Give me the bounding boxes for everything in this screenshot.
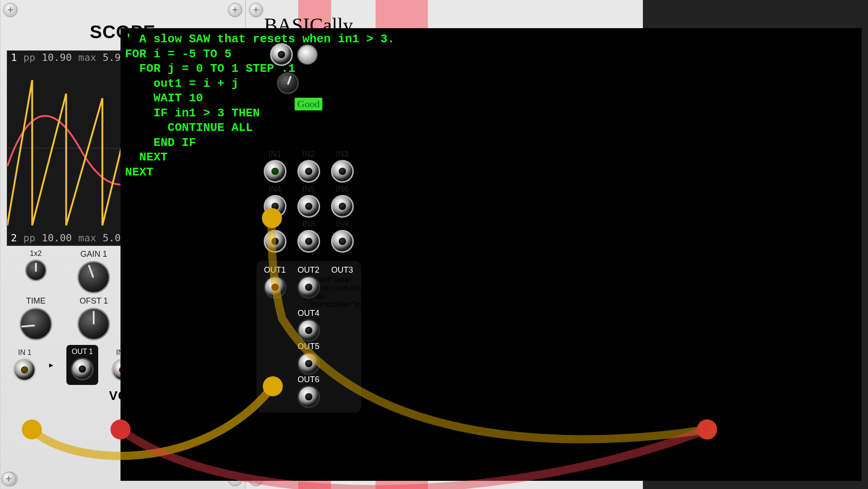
label-in3: IN3 bbox=[336, 150, 348, 159]
screw-icon bbox=[1, 472, 16, 486]
port-out2[interactable] bbox=[297, 276, 320, 299]
label-in1: IN 1 bbox=[18, 349, 31, 357]
code-editor[interactable]: ' A slow SAW that resets when in1 > 3. F… bbox=[120, 28, 862, 481]
label-in4: IN4 bbox=[268, 185, 281, 194]
label-out1: OUT 1 bbox=[72, 348, 93, 356]
arrow-icon: ▸ bbox=[49, 360, 53, 370]
label-in5: IN5 bbox=[302, 185, 315, 194]
port-in7[interactable] bbox=[264, 230, 286, 253]
port-out1[interactable] bbox=[264, 276, 286, 299]
run-label: RUN bbox=[322, 48, 347, 61]
port-run[interactable] bbox=[270, 43, 293, 66]
ch2-pp-label: pp bbox=[23, 232, 35, 244]
ch1-pp-value: 10.90 bbox=[42, 52, 72, 63]
label-out6: OUT6 bbox=[297, 375, 319, 384]
label-in8: IN8 bbox=[302, 220, 315, 229]
port-out6[interactable] bbox=[297, 385, 320, 408]
knob-time[interactable] bbox=[20, 308, 52, 340]
style-label: STYLE bbox=[303, 76, 340, 90]
screw-icon bbox=[3, 3, 18, 17]
ch1-max-label: max bbox=[78, 52, 96, 63]
ch2-max-label: max bbox=[78, 232, 96, 244]
label-out3: OUT3 bbox=[331, 265, 353, 275]
label-out1: OUT1 bbox=[264, 265, 286, 275]
knob-ofst1[interactable] bbox=[77, 308, 110, 340]
port-out5[interactable] bbox=[297, 352, 320, 375]
label-time: TIME bbox=[26, 296, 45, 306]
port-in6[interactable] bbox=[331, 195, 354, 218]
output-ports-panel: OUT1 OUT2 OUT3="port" data-name="port-ou… bbox=[256, 261, 361, 413]
status-badge: Good bbox=[295, 98, 322, 110]
basically-controls: BASICally RUN STYLE Good Broken Saw IN1 … bbox=[255, 14, 362, 413]
run-button[interactable] bbox=[297, 45, 317, 65]
script-name: Broken Saw bbox=[290, 115, 327, 143]
ch1-number: 1 bbox=[11, 52, 17, 63]
port-in9[interactable] bbox=[331, 230, 354, 253]
ch2-number: 2 bbox=[11, 232, 17, 244]
label-in2: IN2 bbox=[302, 150, 315, 159]
port-out1[interactable] bbox=[71, 358, 94, 380]
port-in2[interactable] bbox=[297, 160, 320, 183]
label-ofst1: OFST 1 bbox=[80, 296, 108, 306]
label-in1: IN1 bbox=[268, 150, 281, 159]
label-gain1: GAIN 1 bbox=[80, 249, 107, 259]
label-in9: IN9 bbox=[336, 220, 348, 229]
port-in1[interactable] bbox=[13, 359, 36, 381]
input-ports-grid: IN1 IN2 IN3 IN4 IN5 IN6 IN7 IN8 IN9 bbox=[259, 150, 358, 253]
port-in4[interactable] bbox=[264, 195, 286, 218]
knob-1x2[interactable] bbox=[25, 259, 47, 281]
knob-style[interactable] bbox=[277, 72, 299, 94]
screw-icon bbox=[228, 3, 242, 17]
label-in6: IN6 bbox=[336, 185, 348, 194]
label-out5: OUT5 bbox=[297, 342, 319, 351]
ch1-pp-label: pp bbox=[23, 52, 35, 63]
label-in7: IN7 bbox=[268, 220, 281, 229]
basically-title: BASICally bbox=[264, 14, 353, 37]
label-1x2: 1x2 bbox=[30, 249, 42, 258]
port-in3[interactable] bbox=[331, 160, 354, 183]
ch2-pp-value: 10.00 bbox=[42, 232, 72, 244]
knob-gain1[interactable] bbox=[77, 261, 110, 294]
port-in8[interactable] bbox=[297, 230, 320, 253]
label-out2: OUT2 bbox=[297, 265, 319, 275]
label-out4: OUT4 bbox=[297, 309, 319, 318]
port-in1[interactable] bbox=[264, 160, 286, 183]
port-in5[interactable] bbox=[297, 195, 320, 218]
module-rack: SCOPE 1 pp 10.90 max 5.90 min -5.00 bbox=[0, 0, 868, 489]
port-out4[interactable] bbox=[297, 319, 320, 342]
